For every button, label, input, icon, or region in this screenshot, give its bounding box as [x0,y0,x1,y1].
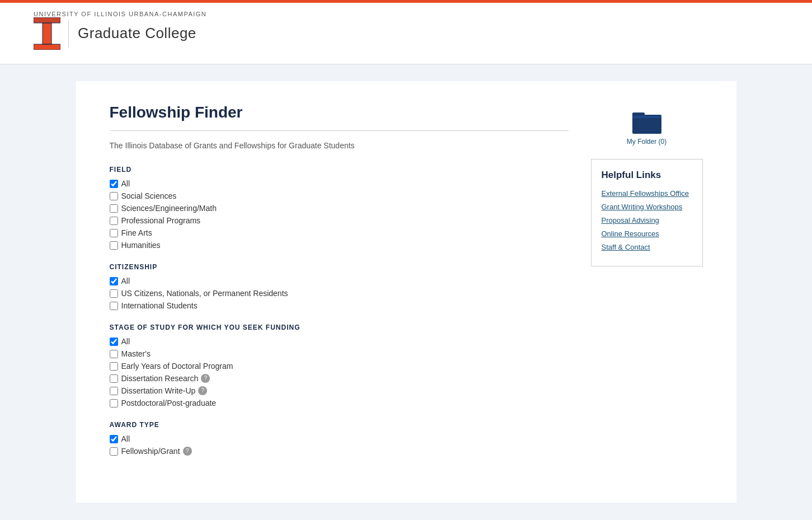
diss-research-help-icon[interactable]: ? [201,374,210,383]
citizenship-section: CITIZENSHIP All US Citizens, Nationals, … [110,263,569,310]
field-humanities-item: Humanities [110,241,569,250]
cit-us-item: US Citizens, Nationals, or Permanent Res… [110,289,569,298]
field-all-checkbox[interactable] [110,180,118,188]
field-finearts-item: Fine Arts [110,228,569,237]
field-professional-item: Professional Programs [110,216,569,225]
stage-label: STAGE OF STUDY FOR WHICH YOU SEEK FUNDIN… [110,324,569,331]
link-proposal-advising[interactable]: Proposal Advising [602,216,659,224]
award-label: AWARD TYPE [110,421,569,429]
main-wrapper: Fellowship Finder The Illinois Database … [0,64,812,519]
title-divider [110,130,569,131]
fellowship-help-icon[interactable]: ? [183,447,192,456]
stage-section: STAGE OF STUDY FOR WHICH YOU SEEK FUNDIN… [110,324,569,407]
award-all-item: All [110,434,569,443]
stage-earlydoc-label[interactable]: Early Years of Doctoral Program [121,362,233,371]
field-humanities-label[interactable]: Humanities [121,241,161,250]
university-label: UNIVERSITY OF ILLINOIS URBANA-CHAMPAIGN [34,11,206,17]
folder-count-link[interactable]: My Folder (0) [591,138,703,146]
stage-disswriteup-label[interactable]: Dissertation Write-Up [121,386,196,395]
cit-intl-label[interactable]: International Students [121,301,198,310]
stage-dissresearch-checkbox[interactable] [110,374,118,383]
field-sciences-checkbox[interactable] [110,204,118,213]
helpful-links-list: External Fellowships Office Grant Writin… [602,189,692,251]
stage-masters-item: Master's [110,349,569,358]
stage-masters-checkbox[interactable] [110,350,118,358]
stage-all-item: All [110,337,569,346]
list-item: External Fellowships Office [602,189,692,198]
content-container: Fellowship Finder The Illinois Database … [76,81,736,503]
folder-icon [632,109,661,134]
link-staff-contact[interactable]: Staff & Contact [602,243,650,251]
citizenship-label: CITIZENSHIP [110,263,569,271]
stage-all-label[interactable]: All [121,337,130,346]
cit-all-checkbox[interactable] [110,277,118,285]
uiuc-logo [34,17,60,50]
field-finearts-label[interactable]: Fine Arts [121,228,152,237]
list-item: Proposal Advising [602,216,692,224]
stage-all-checkbox[interactable] [110,338,118,346]
field-social-label[interactable]: Social Sciences [121,191,177,200]
field-social-item: Social Sciences [110,191,569,200]
field-sciences-label[interactable]: Sciences/Engineering/Math [121,204,217,213]
link-grant-writing[interactable]: Grant Writing Workshops [602,203,683,211]
stage-postdoc-item: Postdoctoral/Post-graduate [110,399,569,407]
header-divider [68,20,69,48]
folder-link[interactable] [632,127,661,135]
cit-all-item: All [110,277,569,285]
award-section: AWARD TYPE All Fellowship/Grant ? [110,421,569,456]
stage-postdoc-label[interactable]: Postdoctoral/Post-graduate [121,399,217,407]
field-professional-label[interactable]: Professional Programs [121,216,201,225]
field-section: FIELD All Social Sciences Sciences/Engin… [110,166,569,250]
stage-dissresearch-label[interactable]: Dissertation Research [121,374,199,383]
svg-rect-2 [34,44,60,50]
cit-intl-checkbox[interactable] [110,302,118,310]
right-col: My Folder (0) Helpful Links External Fel… [591,104,703,469]
subtitle: The Illinois Database of Grants and Fell… [110,141,569,150]
helpful-links-title: Helpful Links [602,170,692,181]
field-all-label[interactable]: All [121,179,130,188]
field-social-checkbox[interactable] [110,192,118,200]
field-all-item: All [110,179,569,188]
stage-dissresearch-item: Dissertation Research ? [110,374,569,383]
award-fellowship-item: Fellowship/Grant ? [110,447,569,456]
svg-rect-3 [34,17,60,23]
stage-earlydoc-item: Early Years of Doctoral Program [110,362,569,371]
svg-rect-1 [43,23,51,44]
list-item: Grant Writing Workshops [602,202,692,211]
stage-disswriteup-item: Dissertation Write-Up ? [110,386,569,395]
site-header: UNIVERSITY OF ILLINOIS URBANA-CHAMPAIGN … [0,3,812,64]
award-all-label[interactable]: All [121,434,130,443]
helpful-links-box: Helpful Links External Fellowships Offic… [591,159,703,266]
folder-widget: My Folder (0) [591,109,703,146]
award-fellowship-checkbox[interactable] [110,447,118,456]
stage-disswriteup-checkbox[interactable] [110,387,118,395]
diss-writeup-help-icon[interactable]: ? [198,386,207,395]
cit-us-checkbox[interactable] [110,289,118,298]
cit-all-label[interactable]: All [121,277,130,285]
left-col: Fellowship Finder The Illinois Database … [110,104,569,469]
link-online-resources[interactable]: Online Resources [602,229,659,238]
cit-us-label[interactable]: US Citizens, Nationals, or Permanent Res… [121,289,288,298]
list-item: Online Resources [602,229,692,238]
field-professional-checkbox[interactable] [110,217,118,225]
field-sciences-item: Sciences/Engineering/Math [110,204,569,213]
field-humanities-checkbox[interactable] [110,241,118,250]
stage-earlydoc-checkbox[interactable] [110,362,118,371]
stage-masters-label[interactable]: Master's [121,349,151,358]
svg-rect-9 [632,116,661,118]
site-title: Graduate College [78,25,196,42]
field-finearts-checkbox[interactable] [110,229,118,237]
award-fellowship-label[interactable]: Fellowship/Grant [121,447,180,456]
cit-intl-item: International Students [110,301,569,310]
award-all-checkbox[interactable] [110,435,118,443]
link-external-fellowships[interactable]: External Fellowships Office [602,189,689,198]
field-label: FIELD [110,166,569,174]
stage-postdoc-checkbox[interactable] [110,399,118,407]
page-title: Fellowship Finder [110,104,569,121]
list-item: Staff & Contact [602,242,692,251]
